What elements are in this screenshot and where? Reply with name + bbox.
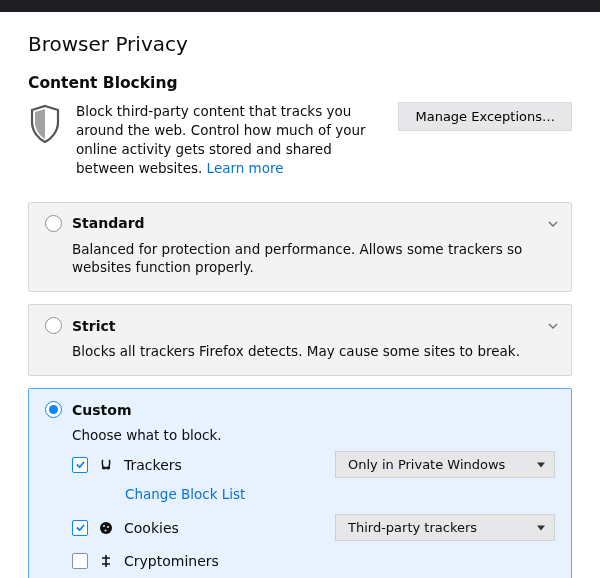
window-titlebar xyxy=(0,0,600,12)
mode-standard-card[interactable]: Standard Balanced for protection and per… xyxy=(28,202,572,293)
mode-custom-desc: Choose what to block. xyxy=(72,426,555,445)
mode-custom-title: Custom xyxy=(72,402,131,418)
chevron-down-icon xyxy=(547,317,559,336)
learn-more-link[interactable]: Learn more xyxy=(207,160,284,176)
cookies-select[interactable]: Third-party trackers xyxy=(335,514,555,541)
mode-custom-card[interactable]: Custom Choose what to block. Trackers On… xyxy=(28,388,572,578)
shield-icon xyxy=(28,104,62,148)
trackers-row: Trackers Only in Private Windows xyxy=(72,451,555,478)
mode-standard-radio[interactable] xyxy=(45,215,62,232)
cryptominers-label: Cryptominers xyxy=(124,553,219,569)
mode-custom-radio[interactable] xyxy=(45,401,62,418)
cookies-row: Cookies Third-party trackers xyxy=(72,514,555,541)
page-title: Browser Privacy xyxy=(28,32,572,56)
cookie-icon xyxy=(98,520,114,536)
trackers-icon xyxy=(98,457,114,473)
mode-strict-desc: Blocks all trackers Firefox detects. May… xyxy=(72,342,555,361)
svg-point-5 xyxy=(105,529,107,531)
content-blocking-description: Block third-party content that tracks yo… xyxy=(76,102,384,178)
trackers-label: Trackers xyxy=(124,457,182,473)
mode-strict-radio[interactable] xyxy=(45,317,62,334)
cryptominers-row: Cryptominers xyxy=(72,553,555,569)
svg-point-3 xyxy=(103,525,105,527)
trackers-checkbox[interactable] xyxy=(72,457,88,473)
svg-point-4 xyxy=(107,526,109,528)
cryptominers-checkbox[interactable] xyxy=(72,553,88,569)
svg-point-2 xyxy=(100,522,112,534)
content-blocking-heading: Content Blocking xyxy=(28,74,572,92)
cookies-checkbox[interactable] xyxy=(72,520,88,536)
mode-standard-title: Standard xyxy=(72,215,145,231)
change-block-list-link[interactable]: Change Block List xyxy=(125,486,555,502)
cryptominers-icon xyxy=(98,553,114,569)
mode-strict-title: Strict xyxy=(72,318,115,334)
chevron-down-icon xyxy=(547,215,559,234)
mode-strict-card[interactable]: Strict Blocks all trackers Firefox detec… xyxy=(28,304,572,376)
manage-exceptions-button[interactable]: Manage Exceptions… xyxy=(398,102,572,131)
cookies-label: Cookies xyxy=(124,520,179,536)
mode-standard-desc: Balanced for protection and performance.… xyxy=(72,240,555,278)
trackers-select[interactable]: Only in Private Windows xyxy=(335,451,555,478)
content-blocking-header: Block third-party content that tracks yo… xyxy=(28,102,572,178)
